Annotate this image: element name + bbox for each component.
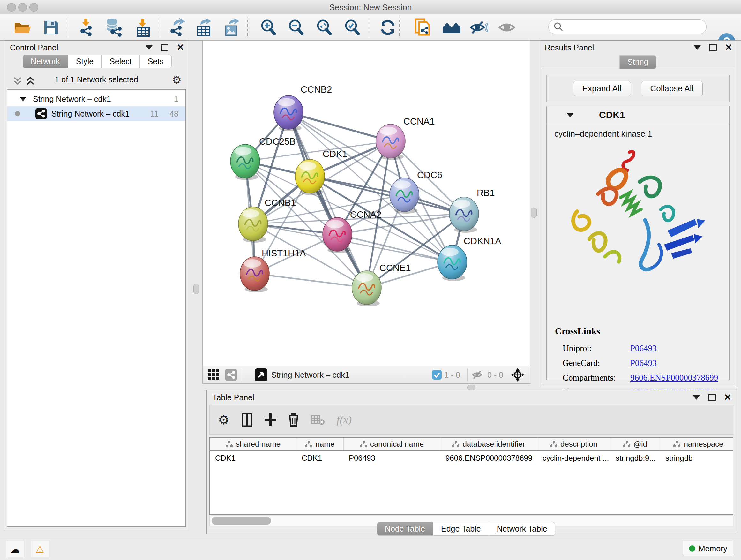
collection-expander-icon[interactable] bbox=[19, 96, 26, 102]
column-header-canonicalname[interactable]: canonical name bbox=[344, 438, 441, 450]
table-header-row: shared namenamecanonical namedatabase id… bbox=[210, 438, 733, 451]
warning-status-icon[interactable]: ⚠ bbox=[30, 541, 49, 557]
export-table-icon[interactable] bbox=[194, 18, 213, 37]
zoom-in-icon[interactable] bbox=[259, 18, 278, 37]
network-collection-row[interactable]: String Network – cdk1 1 bbox=[7, 91, 185, 106]
expand-all-button[interactable]: Expand All bbox=[573, 81, 631, 97]
results-panel: Results Panel ✕ String Expand All Collap… bbox=[539, 40, 737, 388]
cloud-status-icon[interactable]: ☁ bbox=[6, 541, 24, 557]
export-image-icon[interactable] bbox=[222, 18, 242, 37]
node-label: CDC6 bbox=[417, 170, 442, 180]
save-session-icon[interactable] bbox=[42, 18, 61, 37]
close-panel-icon[interactable]: ✕ bbox=[725, 44, 732, 51]
tab-select[interactable]: Select bbox=[102, 55, 139, 68]
table-cell[interactable]: stringdb bbox=[660, 454, 733, 462]
delete-column-icon[interactable] bbox=[288, 413, 299, 427]
network-node-HIST1H1A[interactable]: HIST1H1A bbox=[240, 248, 306, 293]
table-cell[interactable]: 9606.ENSP00000378699 bbox=[441, 454, 537, 462]
tab-network[interactable]: Network bbox=[23, 55, 68, 68]
table-cell[interactable]: CDK1 bbox=[210, 454, 296, 462]
zoom-selected-icon[interactable] bbox=[343, 18, 362, 37]
birds-eye-view-icon[interactable] bbox=[255, 368, 267, 381]
show-columns-icon[interactable] bbox=[242, 413, 253, 427]
crosslink-link[interactable]: P06493 bbox=[630, 344, 657, 354]
crosslink-label: GeneCard: bbox=[555, 358, 630, 368]
network-view-type-icon[interactable] bbox=[225, 369, 237, 381]
panel-menu-icon[interactable] bbox=[694, 45, 701, 50]
show-all-icon[interactable] bbox=[498, 18, 517, 37]
crosslink-label: Uniprot: bbox=[555, 344, 630, 354]
table-cell[interactable]: P06493 bbox=[344, 454, 441, 462]
table-toolbar: ⚙ f(x) bbox=[209, 405, 733, 435]
splitter-handle[interactable] bbox=[531, 207, 537, 218]
network-node-CDKN1A[interactable]: CDKN1A bbox=[437, 236, 501, 281]
crosslink-row: Uniprot:P06493 bbox=[555, 341, 718, 356]
table-row[interactable]: CDK1CDK1P064939606.ENSP00000378699cyclin… bbox=[210, 451, 733, 465]
network-options-gear-icon[interactable]: ⚙ bbox=[172, 74, 182, 85]
import-network-from-database-icon[interactable] bbox=[105, 18, 124, 37]
column-header-id[interactable]: @id bbox=[610, 438, 660, 450]
collection-count: 1 bbox=[174, 95, 179, 104]
column-header-name[interactable]: name bbox=[296, 438, 344, 450]
table-panel: Table Panel ✕ ⚙ f(x) shared namenamecano… bbox=[206, 390, 736, 534]
column-header-namespace[interactable]: namespace bbox=[660, 438, 733, 450]
memory-button[interactable]: Memory bbox=[683, 541, 733, 557]
scrollbar-thumb[interactable] bbox=[212, 517, 271, 524]
panel-menu-icon[interactable] bbox=[145, 45, 152, 50]
add-column-icon[interactable] bbox=[265, 414, 276, 426]
toolbar-divider bbox=[247, 17, 248, 37]
tab-sets[interactable]: Sets bbox=[140, 55, 172, 68]
splitter-handle[interactable] bbox=[467, 385, 475, 390]
gene-section-header[interactable]: CDK1 bbox=[547, 106, 729, 124]
float-panel-icon[interactable] bbox=[161, 44, 169, 51]
tab-style[interactable]: Style bbox=[68, 55, 102, 68]
fit-content-crosshair-icon[interactable] bbox=[510, 368, 525, 382]
import-table-icon[interactable] bbox=[134, 18, 153, 37]
network-edge[interactable] bbox=[288, 112, 367, 288]
home-icon[interactable] bbox=[442, 18, 461, 37]
refresh-icon[interactable] bbox=[378, 18, 397, 37]
table-cell[interactable]: cyclin-dependent ... bbox=[537, 454, 610, 462]
section-collapse-icon[interactable] bbox=[566, 113, 574, 118]
copy-network-icon[interactable] bbox=[413, 18, 432, 37]
table-tabs: Node TableEdge TableNetwork Table bbox=[377, 522, 555, 536]
network-canvas[interactable]: CCNB2CCNA1CDC25BCDK1CDC6RB1CCNB1CCNA2CDK… bbox=[203, 41, 530, 366]
tab-string[interactable]: String bbox=[619, 55, 656, 69]
import-network-icon[interactable] bbox=[77, 18, 97, 37]
float-panel-icon[interactable] bbox=[708, 394, 716, 401]
crosslink-link[interactable]: 9606.ENSP00000378699 bbox=[630, 373, 718, 383]
selected-checkbox-icon[interactable] bbox=[432, 370, 442, 380]
export-network-icon[interactable] bbox=[167, 18, 187, 37]
crosslink-link[interactable]: P06493 bbox=[630, 358, 657, 368]
network-node-CCNB2[interactable]: CCNB2 bbox=[274, 84, 332, 131]
column-header-description[interactable]: description bbox=[537, 438, 610, 450]
network-status-dot bbox=[15, 111, 20, 116]
hide-selected-icon[interactable] bbox=[469, 18, 488, 37]
open-session-icon[interactable] bbox=[13, 18, 32, 37]
network-node-CCNA1[interactable]: CCNA1 bbox=[376, 116, 434, 160]
search-input[interactable] bbox=[563, 22, 692, 32]
float-panel-icon[interactable] bbox=[709, 44, 717, 51]
table-options-gear-icon[interactable]: ⚙ bbox=[218, 415, 229, 425]
splitter-handle[interactable] bbox=[193, 284, 199, 294]
zoom-fit-icon[interactable] bbox=[315, 18, 334, 37]
close-panel-icon[interactable]: ✕ bbox=[177, 44, 184, 51]
network-node-RB1[interactable]: RB1 bbox=[449, 188, 495, 233]
tab-network-table[interactable]: Network Table bbox=[489, 522, 555, 536]
column-header-databaseidentifier[interactable]: database identifier bbox=[441, 438, 537, 450]
collapse-all-button[interactable]: Collapse All bbox=[641, 81, 703, 97]
table-cell[interactable]: CDK1 bbox=[296, 454, 344, 462]
tab-edge-table[interactable]: Edge Table bbox=[433, 522, 489, 536]
column-header-sharedname[interactable]: shared name bbox=[210, 438, 296, 450]
network-node-CCNE1[interactable]: CCNE1 bbox=[352, 263, 411, 307]
tab-node-table[interactable]: Node Table bbox=[377, 522, 433, 536]
network-edge[interactable] bbox=[255, 273, 367, 288]
grid-view-icon[interactable] bbox=[208, 369, 219, 381]
zoom-out-icon[interactable] bbox=[287, 18, 306, 37]
network-node-CCNB1[interactable]: CCNB1 bbox=[239, 198, 296, 243]
panel-menu-icon[interactable] bbox=[693, 395, 700, 400]
close-panel-icon[interactable]: ✕ bbox=[724, 394, 731, 401]
table-cell[interactable]: stringdb:9... bbox=[610, 454, 660, 462]
network-view[interactable]: CCNB2CCNA1CDC25BCDK1CDC6RB1CCNB1CCNA2CDK… bbox=[202, 40, 530, 384]
network-row-selected[interactable]: String Network – cdk1 11 48 bbox=[7, 106, 185, 121]
